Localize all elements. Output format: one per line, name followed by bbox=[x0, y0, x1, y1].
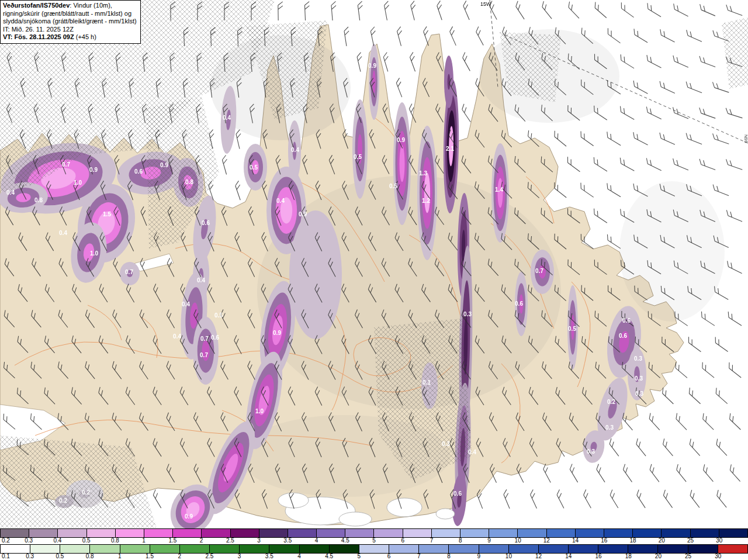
product-line: Veðurstofan/IS750dev: Vindur (10m), bbox=[3, 2, 137, 10]
precip-value-label: 0.5 bbox=[354, 154, 362, 160]
rain-scale-tick-label: 0.5 bbox=[56, 554, 64, 559]
precip-value-label: 0.6 bbox=[622, 317, 631, 324]
cloud-shading bbox=[619, 181, 725, 322]
snow-scale-tick-label: 3 bbox=[257, 538, 261, 544]
precip-value-label: 0.7 bbox=[125, 269, 133, 275]
rain-scale-cell bbox=[449, 545, 479, 553]
snow-scale-cell bbox=[518, 529, 546, 537]
rain-scale-bar bbox=[0, 544, 748, 554]
precip-value-label: 0.4 bbox=[197, 277, 205, 284]
glacier bbox=[339, 512, 372, 526]
rain-scale-tick-label: 18 bbox=[625, 554, 632, 559]
precip-value-label: 0.9 bbox=[273, 330, 281, 336]
precip-value-label: 0.3 bbox=[442, 441, 450, 447]
precip-value-label: 0.2 bbox=[82, 489, 90, 496]
precip-value-label: 2.1 bbox=[446, 146, 454, 152]
precip-value-label: 0.6 bbox=[211, 334, 219, 341]
precip-intensity-ring bbox=[424, 173, 430, 213]
rain-scale-cell bbox=[1, 545, 30, 553]
rain-scale-cell bbox=[539, 545, 569, 553]
snow-scale-cell bbox=[317, 529, 345, 537]
rain-scale-cell bbox=[598, 545, 628, 553]
rain-scale-tick-label: 2 bbox=[178, 554, 181, 559]
rain-scale-tick-label: 12 bbox=[535, 554, 542, 559]
snow-scale-cell bbox=[662, 529, 690, 537]
precip-value-label: 0.4 bbox=[59, 230, 67, 236]
rain-scale-cell bbox=[718, 545, 747, 553]
snow-scale-tick-label: 18 bbox=[630, 538, 636, 544]
rain-scale-tick-label: 16 bbox=[595, 554, 601, 559]
init-time: IT: Mið. 26. 11. 2025 12Z bbox=[3, 26, 137, 34]
precip-value-label: 0.4 bbox=[291, 147, 299, 153]
precip-value-label: 0.4 bbox=[468, 449, 476, 455]
weather-map: 15WN990.70.40.80.91.00.60.90.81.50.41.00… bbox=[0, 0, 748, 528]
snow-scale-cell bbox=[576, 529, 604, 537]
rain-scale-tick-label: 14 bbox=[565, 554, 572, 559]
precip-area bbox=[193, 317, 219, 385]
precip-value-label: 0.3 bbox=[634, 355, 642, 362]
snow-scale-cell bbox=[691, 529, 719, 537]
precip-value-label: 1.0 bbox=[90, 250, 98, 257]
precip-intensity-ring bbox=[289, 210, 342, 339]
snow-scale-cell bbox=[87, 529, 116, 537]
precip-value-label: 1.4 bbox=[495, 186, 503, 193]
snow-scale-cell bbox=[719, 529, 747, 537]
snow-scale-cell bbox=[460, 529, 489, 537]
precip-value-label: 1.3 bbox=[419, 170, 427, 177]
rain-scale-tick-label: 8 bbox=[447, 554, 451, 559]
rain-scale-cell bbox=[389, 545, 419, 553]
precip-value-label: 1.5 bbox=[103, 211, 111, 217]
precip-value-label: 0.6 bbox=[515, 300, 523, 307]
rain-scale-cell bbox=[60, 545, 90, 553]
snow-scale-cell bbox=[58, 529, 86, 537]
rain-scale-tick-label: 4 bbox=[297, 554, 301, 559]
valid-time: VT: Fös. 28.11.2025 09Z (+45 h) bbox=[3, 33, 137, 42]
map-title-box: Veðurstofan/IS750dev: Vindur (10m), rign… bbox=[0, 0, 141, 44]
rain-scale-tick-label: 6 bbox=[387, 554, 391, 559]
precip-value-label: 0.4 bbox=[6, 189, 15, 196]
precip-value-label: 0.1 bbox=[423, 379, 431, 386]
snow-scale-tick-label: 8 bbox=[459, 538, 462, 544]
rain-scale-tick-label: 25 bbox=[685, 554, 691, 559]
precip-value-label: 0.4 bbox=[182, 301, 190, 307]
rain-scale-cell bbox=[30, 545, 60, 553]
precip-value-label: 0.4 bbox=[276, 198, 285, 204]
precip-value-label: 0.5 bbox=[568, 326, 576, 332]
precip-intensity-ring bbox=[372, 71, 375, 94]
snow-scale-cell bbox=[202, 529, 230, 537]
snow-scale-tick-label: 2.5 bbox=[226, 538, 234, 544]
rain-scale-cell bbox=[330, 545, 359, 553]
precip-value-label: 0.3 bbox=[587, 448, 595, 455]
rain-scale-tick-label: 3.5 bbox=[265, 554, 273, 559]
weather-chart-frame: 15WN990.70.40.80.91.00.60.90.81.50.41.00… bbox=[0, 0, 748, 560]
rain-scale-tick-label: 0.8 bbox=[86, 554, 94, 559]
snow-scale-cell bbox=[259, 529, 288, 537]
snow-scale-tick-label: 3.5 bbox=[283, 538, 292, 544]
rain-scale-cell bbox=[300, 545, 330, 553]
precip-value-label: 0.6 bbox=[619, 333, 627, 339]
snow-scale-tick-label: 1.5 bbox=[168, 538, 176, 544]
precip-area bbox=[393, 102, 411, 225]
rain-scale-cell bbox=[509, 545, 539, 553]
rain-scale-tick-label: 20 bbox=[655, 554, 662, 559]
precip-value-label: 0.6 bbox=[453, 490, 462, 497]
grid-line-label: N99 bbox=[743, 134, 748, 143]
snow-scale-cell bbox=[374, 529, 403, 537]
snow-scale-tick-label: 0.3 bbox=[25, 538, 33, 544]
snow-scale-cell bbox=[345, 529, 374, 537]
rain-scale-tick-label: 2.5 bbox=[205, 554, 213, 559]
precip-value-label: 0.7 bbox=[535, 268, 543, 274]
rain-scale-tick-label: 0.3 bbox=[26, 554, 34, 559]
snow-scale-tick-label: 16 bbox=[601, 538, 607, 544]
snow-scale-tick-label: 9 bbox=[487, 538, 491, 544]
precip-value-label: 0.3 bbox=[635, 390, 643, 397]
rain-scale-tick-label: 0.1 bbox=[2, 554, 10, 559]
rain-scale-cell bbox=[90, 545, 120, 553]
precip-value-label: 0.7 bbox=[200, 336, 209, 342]
rain-scale-cell bbox=[150, 545, 180, 553]
snow-scale-cell bbox=[604, 529, 633, 537]
rain-scale-cell bbox=[210, 545, 240, 553]
rain-scale-tick-label: 1.5 bbox=[146, 554, 154, 559]
precip-value-label: 1.0 bbox=[255, 408, 264, 414]
snow-scale-tick-label: 12 bbox=[543, 538, 550, 544]
